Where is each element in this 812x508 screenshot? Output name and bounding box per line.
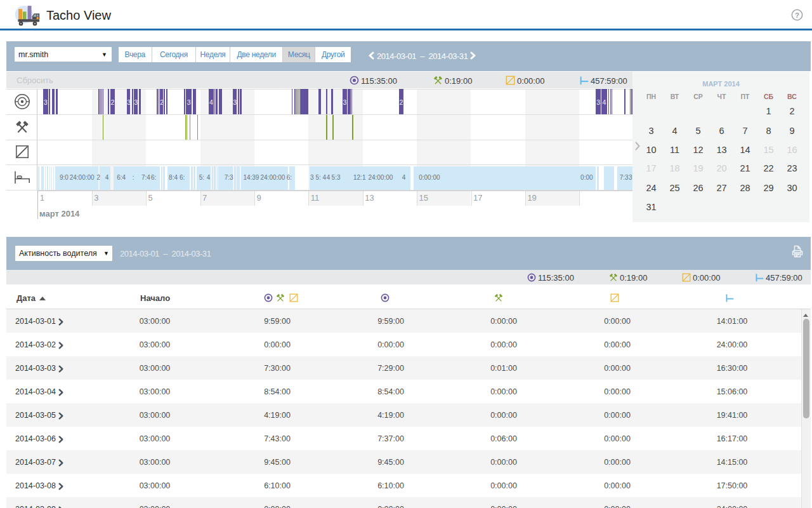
svg-text:?: ?: [795, 11, 799, 19]
